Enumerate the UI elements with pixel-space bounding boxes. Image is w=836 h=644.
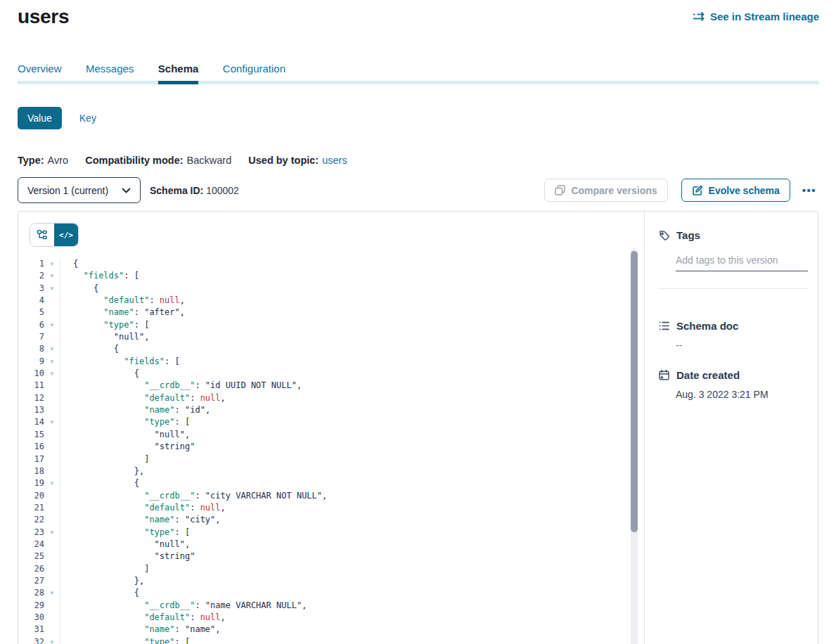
code-scrollbar-thumb[interactable] xyxy=(631,251,638,532)
fold-toggle-icon xyxy=(44,307,60,318)
key-toggle-button[interactable]: Key xyxy=(79,112,96,124)
topic-link[interactable]: users xyxy=(322,155,347,166)
code-text: "name": "city", xyxy=(60,514,630,526)
line-number: 1 xyxy=(18,258,44,270)
line-number: 17 xyxy=(18,453,44,465)
fold-toggle-icon[interactable]: ▼ xyxy=(44,356,60,368)
line-number: 10 xyxy=(18,368,44,380)
fold-toggle-icon[interactable]: ▼ xyxy=(44,587,60,599)
code-line: 32▼ "type": [ xyxy=(18,636,630,644)
schema-meta: Type:Avro Compatibility mode:Backward Us… xyxy=(18,155,347,166)
fold-toggle-icon[interactable]: ▼ xyxy=(44,416,60,428)
line-number: 15 xyxy=(18,429,44,441)
type-label: Type: xyxy=(18,155,44,166)
code-line: 4 "default": null, xyxy=(18,295,630,307)
compare-versions-button[interactable]: Compare versions xyxy=(544,179,667,202)
fold-toggle-icon[interactable]: ▼ xyxy=(44,283,60,295)
value-toggle-button[interactable]: Value xyxy=(18,107,62,129)
code-line: 2▼ "fields": [ xyxy=(18,270,630,282)
code-text: "__crdb__": "city VARCHAR NOT NULL", xyxy=(60,490,630,502)
fold-toggle-icon[interactable]: ▼ xyxy=(44,270,60,282)
code-line: 9▼ "fields": [ xyxy=(18,356,630,368)
tag-icon xyxy=(658,229,670,241)
used-by-topic-label: Used by topic: xyxy=(248,155,319,166)
code-line: 8▼ { xyxy=(18,343,630,355)
code-text: { xyxy=(60,477,630,489)
code-scrollbar[interactable] xyxy=(631,248,638,644)
code-text: "null", xyxy=(60,539,630,550)
schema-id-value: 100002 xyxy=(206,185,239,196)
edit-icon xyxy=(692,185,703,196)
code-text: "name": "id", xyxy=(60,404,630,416)
code-line: 28▼ { xyxy=(18,587,630,599)
fold-toggle-icon[interactable]: ▼ xyxy=(44,258,60,270)
fold-toggle-icon xyxy=(44,539,60,550)
fold-toggle-icon[interactable]: ▼ xyxy=(44,477,60,489)
fold-toggle-icon xyxy=(44,441,60,453)
tab-configuration[interactable]: Configuration xyxy=(223,62,285,81)
schema-doc-section-header: Schema doc xyxy=(658,320,808,332)
code-line: 24 "null", xyxy=(18,539,630,550)
tab-messages[interactable]: Messages xyxy=(86,62,134,81)
line-number: 24 xyxy=(18,539,44,550)
code-text: "name": "after", xyxy=(60,307,630,318)
code-text: "type": [ xyxy=(60,636,630,644)
code-view-icon: </> xyxy=(59,231,73,240)
fold-toggle-icon xyxy=(44,331,60,343)
line-number: 29 xyxy=(18,600,44,612)
code-text: { xyxy=(60,587,630,599)
add-tags-input[interactable] xyxy=(676,253,808,271)
code-line: 20 "__crdb__": "city VARCHAR NOT NULL", xyxy=(18,490,630,502)
topic-tabs: Overview Messages Schema Configuration xyxy=(18,62,819,84)
schema-code-editor[interactable]: 1▼{2▼ "fields": [3▼ {4 "default": null,5… xyxy=(18,258,630,644)
line-number: 8 xyxy=(18,343,44,355)
tab-schema[interactable]: Schema xyxy=(158,62,199,81)
code-text: "type": [ xyxy=(60,416,630,428)
type-value: Avro xyxy=(48,155,69,166)
line-number: 23 xyxy=(18,527,44,539)
page-title: users xyxy=(18,6,69,28)
code-text: "default": null, xyxy=(60,295,630,307)
line-number: 27 xyxy=(18,575,44,587)
fold-toggle-icon[interactable]: ▼ xyxy=(44,368,60,380)
line-number: 30 xyxy=(18,612,44,624)
code-text: "type": [ xyxy=(60,527,630,539)
fold-toggle-icon[interactable]: ▼ xyxy=(44,636,60,644)
code-line: 11 "__crdb__": "id UUID NOT NULL", xyxy=(18,380,630,392)
schema-code-pane: </> 1▼{2▼ "fields": [3▼ {4 "default": nu… xyxy=(18,212,645,644)
code-line: 5 "name": "after", xyxy=(18,307,630,318)
tree-view-button[interactable] xyxy=(30,224,54,246)
code-text: "default": null, xyxy=(60,392,630,404)
fold-toggle-icon xyxy=(44,600,60,612)
fold-toggle-icon[interactable]: ▼ xyxy=(44,343,60,355)
line-number: 11 xyxy=(18,380,44,392)
code-line: 21 "default": null, xyxy=(18,502,630,514)
date-created-heading: Date created xyxy=(676,369,740,381)
schema-doc-heading: Schema doc xyxy=(676,320,738,332)
code-text: "__crdb__": "name VARCHAR NULL", xyxy=(60,600,630,612)
line-number: 6 xyxy=(18,319,44,331)
code-text: { xyxy=(60,368,630,380)
code-line: 17 ] xyxy=(18,453,630,465)
code-text: ] xyxy=(60,563,630,575)
code-line: 3▼ { xyxy=(18,283,630,295)
line-number: 20 xyxy=(18,490,44,502)
tab-overview[interactable]: Overview xyxy=(18,62,62,81)
code-text: "default": null, xyxy=(60,502,630,514)
line-number: 2 xyxy=(18,270,44,282)
schema-side-panel: Tags Schema doc -- xyxy=(645,212,818,644)
stream-lineage-link[interactable]: See in Stream lineage xyxy=(693,11,819,22)
evolve-schema-button[interactable]: Evolve schema xyxy=(681,179,790,202)
code-line: 12 "default": null, xyxy=(18,392,630,404)
code-view-button[interactable]: </> xyxy=(54,224,78,246)
more-options-button[interactable]: ••• xyxy=(799,181,819,199)
line-number: 4 xyxy=(18,295,44,307)
line-number: 3 xyxy=(18,283,44,295)
version-select[interactable]: Version 1 (current) xyxy=(18,177,141,203)
fold-toggle-icon[interactable]: ▼ xyxy=(44,527,60,539)
code-line: 1▼{ xyxy=(18,258,630,270)
line-number: 32 xyxy=(18,636,44,644)
code-line: 10▼ { xyxy=(18,368,630,380)
fold-toggle-icon[interactable]: ▼ xyxy=(44,319,60,331)
code-line: 16 "string" xyxy=(18,441,630,453)
